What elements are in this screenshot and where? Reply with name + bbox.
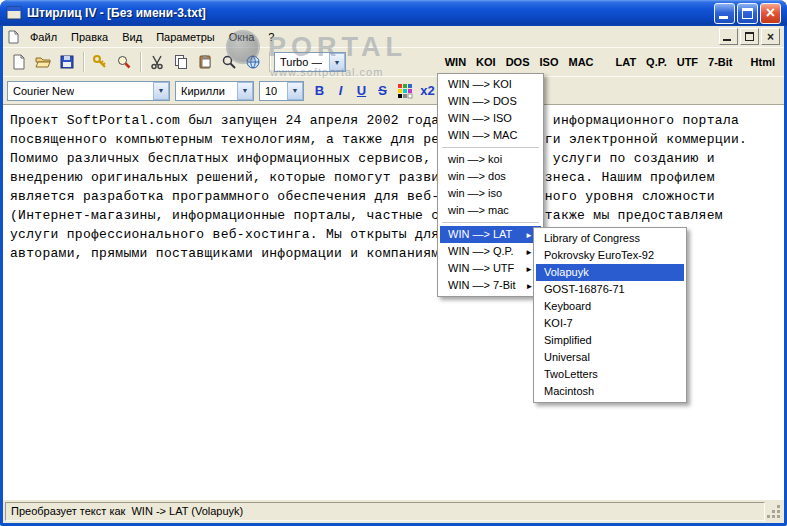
menu-windows[interactable]: Окна — [222, 28, 262, 46]
lat-submenu: Library of Congress Pokrovsky EuroTex-92… — [533, 227, 687, 403]
submenu-arrow-icon — [515, 243, 533, 261]
zoom-magnifier-icon — [221, 54, 237, 70]
mdi-restore-icon — [745, 32, 754, 41]
copy-pages-icon — [173, 54, 189, 70]
target-lat-button[interactable]: LAT — [611, 52, 642, 72]
menubar: Файл Правка Вид Параметры Окна ? — [3, 26, 784, 47]
chevron-down-icon[interactable] — [329, 53, 345, 71]
document-icon — [6, 30, 21, 44]
maximize-button[interactable] — [737, 3, 758, 24]
save-button[interactable] — [55, 51, 79, 74]
mdi-minimize-button[interactable] — [719, 28, 738, 45]
menu-item-win-koi[interactable]: WIN —> KOI — [440, 76, 541, 93]
mdi-restore-button[interactable] — [740, 28, 759, 45]
app-icon — [6, 5, 22, 21]
submenu-item-pokrovsky[interactable]: Pokrovsky EuroTex-92 — [536, 247, 684, 264]
submenu-arrow-icon — [516, 277, 534, 295]
menu-help[interactable]: ? — [261, 28, 281, 46]
zoom-button[interactable] — [217, 51, 241, 74]
menu-item-win-mac-lower[interactable]: win —> mac — [440, 202, 541, 219]
resize-grip[interactable] — [767, 503, 782, 520]
target-html-button[interactable]: Html — [746, 52, 780, 72]
font-combobox[interactable]: Courier New — [7, 81, 170, 101]
menu-item-win-utf[interactable]: WIN —> UTF — [440, 260, 541, 277]
caption-buttons — [714, 3, 781, 24]
encoding-buttons: WIN KOI DOS ISO MAC LAT Q.P. UTF 7-Bit H… — [440, 52, 780, 72]
submenu-item-macintosh[interactable]: Macintosh — [536, 383, 684, 400]
editor-line: внедрению оригинальных решений, которые … — [10, 168, 777, 187]
editor-line: Проект SoftPortal.com был запущен 24 апр… — [10, 111, 777, 130]
submenu-item-library-of-congress[interactable]: Library of Congress — [536, 230, 684, 247]
mdi-close-button[interactable] — [761, 28, 780, 45]
menu-item-win-dos-lower[interactable]: win —> dos — [440, 168, 541, 185]
toolbar-separator — [269, 52, 270, 72]
win-dropdown-menu: WIN —> KOI WIN —> DOS WIN —> ISO WIN —> … — [437, 73, 544, 297]
turbo-value: Turbo — — [280, 56, 322, 68]
charset-combobox[interactable]: Кирилли — [175, 81, 254, 101]
menu-item-win-7bit[interactable]: WIN —> 7-Bit — [440, 277, 541, 294]
color-palette-icon — [397, 83, 413, 99]
new-document-icon — [11, 54, 27, 70]
submenu-item-volapuyk[interactable]: Volapuyk — [536, 264, 684, 281]
encoding-iso-button[interactable]: ISO — [535, 52, 564, 72]
editor-line: посвященного компьютерным технологиям, а… — [10, 130, 777, 149]
submenu-arrow-icon — [515, 226, 533, 244]
target-7bit-button[interactable]: 7-Bit — [703, 52, 737, 72]
chevron-down-icon[interactable] — [153, 82, 169, 100]
font-size-combobox[interactable]: 10 — [259, 81, 304, 101]
titlebar: Штирлиц IV - [Без имени-3.txt] — [0, 0, 787, 26]
menu-item-win-dos[interactable]: WIN —> DOS — [440, 93, 541, 110]
paste-button[interactable] — [193, 51, 217, 74]
key-button[interactable] — [88, 51, 112, 74]
menu-options[interactable]: Параметры — [149, 28, 222, 46]
window-title: Штирлиц IV - [Без имени-3.txt] — [27, 6, 709, 20]
globe-icon — [245, 54, 261, 70]
web-button[interactable] — [241, 51, 265, 74]
italic-button[interactable]: I — [330, 80, 351, 101]
save-floppy-icon — [59, 54, 75, 70]
minimize-button[interactable] — [714, 3, 735, 24]
submenu-item-simplified[interactable]: Simplified — [536, 332, 684, 349]
encoding-koi-button[interactable]: KOI — [471, 52, 501, 72]
target-qp-button[interactable]: Q.P. — [641, 52, 672, 72]
chevron-down-icon[interactable] — [287, 82, 303, 100]
menu-item-win-iso-lower[interactable]: win —> iso — [440, 185, 541, 202]
submenu-item-gost[interactable]: GOST-16876-71 — [536, 281, 684, 298]
cut-button[interactable] — [145, 51, 169, 74]
menu-edit[interactable]: Правка — [64, 28, 115, 46]
menu-file[interactable]: Файл — [23, 28, 64, 46]
chevron-down-icon[interactable] — [237, 82, 253, 100]
main-toolbar: Turbo — WIN KOI DOS ISO MAC LAT Q.P. UTF… — [3, 47, 784, 76]
superscript-button[interactable]: x2 — [417, 80, 438, 101]
mdi-buttons — [719, 28, 781, 45]
toolbar-separator — [83, 52, 84, 72]
menu-separator — [442, 147, 539, 148]
font-color-button[interactable] — [393, 79, 417, 102]
submenu-item-keyboard[interactable]: Keyboard — [536, 298, 684, 315]
find-button[interactable] — [112, 51, 136, 74]
menu-item-win-iso[interactable]: WIN —> ISO — [440, 110, 541, 127]
menu-item-win-qp[interactable]: WIN —> Q.P. — [440, 243, 541, 260]
submenu-item-koi7[interactable]: KOI-7 — [536, 315, 684, 332]
copy-button[interactable] — [169, 51, 193, 74]
submenu-item-universal[interactable]: Universal — [536, 349, 684, 366]
close-button[interactable] — [760, 3, 781, 24]
new-document-button[interactable] — [7, 51, 31, 74]
underline-button[interactable]: U — [351, 80, 372, 101]
turbo-combobox[interactable]: Turbo — — [274, 52, 346, 72]
submenu-item-twoletters[interactable]: TwoLetters — [536, 366, 684, 383]
encoding-win-button[interactable]: WIN — [440, 52, 471, 72]
editor-line: Помимо различных бесплатных информационн… — [10, 149, 777, 168]
key-icon — [92, 54, 108, 70]
target-utf-button[interactable]: UTF — [672, 52, 703, 72]
menu-item-win-koi-lower[interactable]: win —> koi — [440, 151, 541, 168]
menu-view[interactable]: Вид — [115, 28, 149, 46]
menu-item-win-mac[interactable]: WIN —> MAC — [440, 127, 541, 144]
encoding-mac-button[interactable]: MAC — [563, 52, 598, 72]
menu-item-win-lat[interactable]: WIN —> LAT — [440, 226, 541, 243]
font-size-value: 10 — [265, 85, 277, 97]
strikethrough-button[interactable]: S — [372, 80, 393, 101]
bold-button[interactable]: B — [309, 80, 330, 101]
open-file-button[interactable] — [31, 51, 55, 74]
encoding-dos-button[interactable]: DOS — [501, 52, 535, 72]
